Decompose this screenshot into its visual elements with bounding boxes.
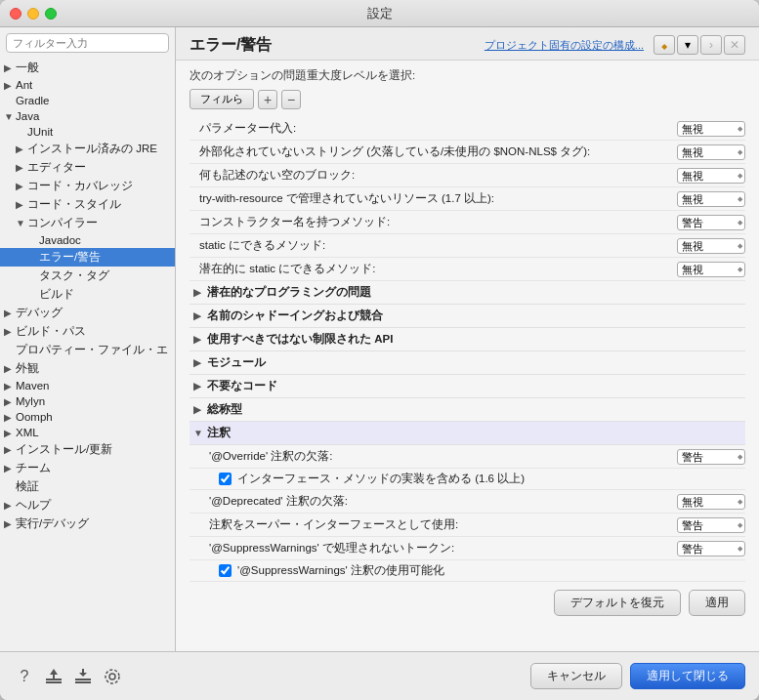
help-icon[interactable]: ?	[14, 666, 35, 687]
sidebar-item-validate[interactable]: ▶ 検証	[0, 477, 175, 496]
section-restricted-api[interactable]: ▶ 使用すべきではない制限された API	[190, 328, 745, 351]
sidebar-item-oomph[interactable]: ▶ Oomph	[0, 409, 175, 425]
apply-close-button[interactable]: 適用して閉じる	[630, 663, 745, 689]
setting-select-potential-static[interactable]: 無視警告エラー	[677, 262, 745, 277]
setting-select-wrapper: 無視警告エラー	[677, 168, 745, 184]
sidebar-item-help[interactable]: ▶ ヘルプ	[0, 496, 175, 515]
section-unnecessary-code[interactable]: ▶ 不要なコード	[190, 375, 745, 398]
sidebar-item-maven[interactable]: ▶ Maven	[0, 378, 175, 393]
sidebar-item-team[interactable]: ▶ チーム	[0, 459, 175, 477]
sidebar-item-gradle[interactable]: ▶ Gradle	[0, 93, 175, 108]
sidebar-item-java[interactable]: ▼ Java	[0, 108, 175, 124]
sidebar-tree: ▶ 一般 ▶ Ant ▶ Gradle ▼ Java ▶ JUnit	[0, 57, 175, 651]
export-icon[interactable]	[72, 666, 94, 687]
sidebar-item-error-warning[interactable]: ▶ エラー/警告	[0, 248, 175, 267]
setting-select-static-method[interactable]: 無視警告エラー	[677, 238, 745, 254]
setting-label: 潜在的に static にできるメソッド:	[199, 262, 677, 276]
setting-select-param[interactable]: 無視警告エラー	[677, 121, 745, 137]
section-potential-programming[interactable]: ▶ 潜在的なプログラミングの問題	[190, 281, 745, 305]
sidebar-item-junit[interactable]: ▶ JUnit	[0, 124, 175, 140]
sidebar-item-task-tag[interactable]: ▶ タスク・タグ	[0, 267, 175, 285]
cancel-button[interactable]: キャンセル	[530, 663, 622, 689]
setting-label: try-with-resource で管理されていないリソース (1.7 以上)…	[199, 191, 677, 206]
setting-select-try-resource[interactable]: 無視警告エラー	[677, 191, 745, 207]
setting-select-annotation-super[interactable]: 無視警告エラー	[677, 517, 745, 533]
sidebar-item-label: インストール/更新	[16, 442, 112, 457]
section-module[interactable]: ▶ モジュール	[190, 351, 745, 375]
sidebar-item-properties-file[interactable]: ▶ プロパティー・ファイル・エ	[0, 341, 175, 359]
sidebar-item-build-path[interactable]: ▶ ビルド・パス	[0, 322, 175, 341]
setting-select-nls[interactable]: 無視警告エラー	[677, 144, 745, 160]
setting-select-override[interactable]: 無視警告エラー	[677, 449, 745, 465]
sidebar-item-installed-jre[interactable]: ▶ インストール済みの JRE	[0, 140, 175, 158]
interface-impl-checkbox[interactable]	[219, 473, 232, 485]
section-annotation[interactable]: ▼ 注釈	[190, 422, 745, 445]
setting-select-wrapper: 無視警告エラー	[677, 121, 745, 137]
traffic-lights	[10, 8, 57, 20]
sidebar-item-ant[interactable]: ▶ Ant	[0, 77, 175, 93]
sidebar-item-debug[interactable]: ▶ デバッグ	[0, 304, 175, 322]
sidebar-item-javadoc[interactable]: ▶ Javadoc	[0, 232, 175, 248]
nav-forward-button[interactable]: ›	[700, 35, 722, 55]
setting-select-deprecated[interactable]: 無視警告エラー	[677, 494, 745, 510]
title-bar: 設定	[0, 0, 759, 27]
sidebar-item-code-style[interactable]: ▶ コード・スタイル	[0, 195, 175, 214]
svg-point-7	[105, 670, 119, 683]
arrow-icon: ▶	[16, 144, 27, 154]
sidebar-item-external[interactable]: ▶ 外観	[0, 359, 175, 378]
nav-dropdown-button[interactable]: ▾	[677, 35, 698, 55]
section-generic-type[interactable]: ▶ 総称型	[190, 398, 745, 422]
sidebar-item-label: コード・スタイル	[27, 197, 121, 212]
filter-button[interactable]: フィルら	[190, 89, 254, 109]
content-scroll: 次のオプションの問題重大度レベルを選択: フィルら + − パラメーター代入: …	[176, 61, 759, 651]
collapse-arrow-icon: ▶	[193, 404, 207, 415]
sidebar-item-mylyn[interactable]: ▶ Mylyn	[0, 393, 175, 409]
section-label: 不要なコード	[207, 379, 277, 393]
minimize-button[interactable]	[27, 8, 39, 20]
setting-select-wrapper: 無視警告エラー	[677, 449, 745, 465]
setting-select-empty-block[interactable]: 無視警告エラー	[677, 168, 745, 184]
apply-button[interactable]: 適用	[689, 590, 745, 616]
sidebar-item-editor[interactable]: ▶ エディター	[0, 158, 175, 177]
main-body: ▶ 一般 ▶ Ant ▶ Gradle ▼ Java ▶ JUnit	[0, 27, 759, 651]
collapse-arrow-icon: ▶	[193, 287, 207, 298]
sidebar-item-build[interactable]: ▶ ビルド	[0, 285, 175, 304]
setting-row-constructor-name: コンストラクター名を持つメソッド: 無視警告エラー	[190, 211, 745, 234]
section-label: 使用すべきではない制限された API	[207, 332, 393, 347]
settings-icon[interactable]	[102, 666, 123, 687]
setting-select-constructor-name[interactable]: 無視警告エラー	[677, 215, 745, 230]
sidebar: ▶ 一般 ▶ Ant ▶ Gradle ▼ Java ▶ JUnit	[0, 27, 176, 651]
sidebar-item-label: 実行/デバッグ	[16, 516, 89, 531]
close-button[interactable]	[10, 8, 21, 20]
restore-defaults-button[interactable]: デフォルトを復元	[554, 590, 681, 616]
setting-select-wrapper: 無視警告エラー	[677, 517, 745, 533]
filter-input[interactable]	[6, 33, 169, 53]
collapse-arrow-icon: ▶	[193, 357, 207, 368]
add-icon-button[interactable]: +	[258, 90, 277, 109]
sidebar-item-label: JUnit	[27, 126, 53, 138]
setting-select-suppress-token[interactable]: 無視警告エラー	[677, 541, 745, 556]
suppress-warnings-enable-checkbox[interactable]	[219, 564, 232, 577]
setting-select-wrapper: 無視警告エラー	[677, 215, 745, 230]
sidebar-item-general[interactable]: ▶ 一般	[0, 59, 175, 77]
svg-rect-4	[75, 681, 91, 683]
project-settings-link[interactable]: プロジェクト固有の設定の構成...	[485, 38, 644, 53]
import-icon[interactable]	[43, 666, 64, 687]
svg-marker-2	[50, 669, 58, 679]
arrow-icon: ▶	[4, 396, 16, 407]
sidebar-item-code-coverage[interactable]: ▶ コード・カバレッジ	[0, 177, 175, 195]
bottom-bar: ? キャンセル 適用して閉じる	[0, 651, 759, 700]
setting-select-wrapper: 無視警告エラー	[677, 262, 745, 277]
nav-back-button[interactable]: ⬥	[654, 35, 675, 55]
sidebar-item-run-debug[interactable]: ▶ 実行/デバッグ	[0, 515, 175, 533]
sidebar-item-xml[interactable]: ▶ XML	[0, 425, 175, 440]
arrow-icon: ▶	[4, 326, 16, 337]
sidebar-item-compiler[interactable]: ▼ コンパイラー	[0, 214, 175, 232]
setting-label: '@SuppressWarnings' で処理されないトークン:	[209, 541, 677, 556]
section-name-shadowing[interactable]: ▶ 名前のシャドーイングおよび競合	[190, 305, 745, 328]
sidebar-item-install-update[interactable]: ▶ インストール/更新	[0, 440, 175, 459]
nav-close-button[interactable]: ✕	[724, 35, 745, 55]
remove-icon-button[interactable]: −	[281, 90, 301, 109]
maximize-button[interactable]	[45, 8, 57, 20]
sidebar-item-label: Ant	[16, 79, 32, 91]
